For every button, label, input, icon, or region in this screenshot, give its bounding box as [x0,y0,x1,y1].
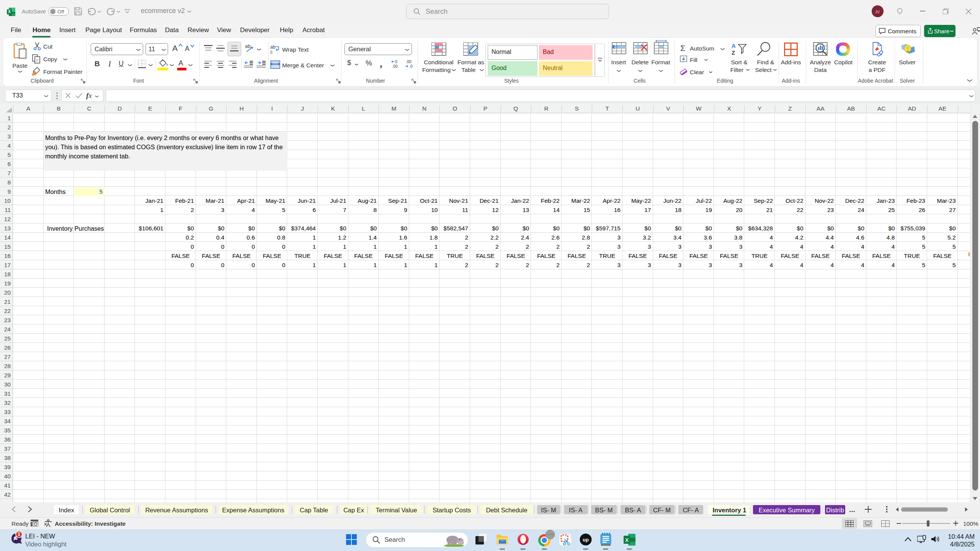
svg-text:ab: ab [245,43,250,49]
svg-text:up: up [583,537,589,543]
svg-text:A: A [732,43,736,49]
svg-text:X: X [8,10,11,14]
svg-text:Z: Z [732,49,735,56]
svg-text:ab: ab [270,44,276,50]
svg-text:c: c [270,49,273,54]
svg-text:X: X [625,537,629,543]
